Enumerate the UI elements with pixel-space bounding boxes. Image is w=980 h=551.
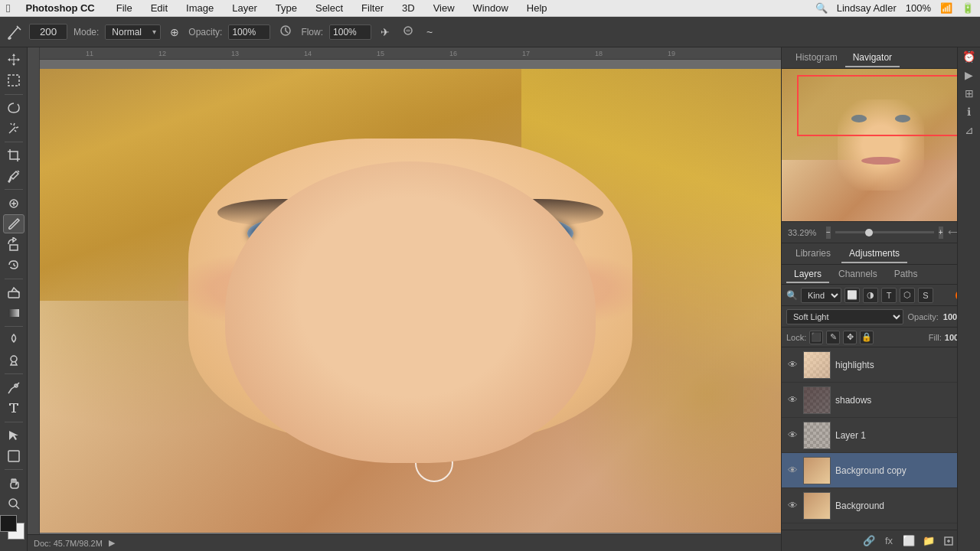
panel-icon-adjust[interactable]: ⊿ xyxy=(965,124,974,136)
layers-tab[interactable]: Layers xyxy=(786,266,829,283)
panel-icon-layers[interactable]: ⊞ xyxy=(965,87,974,99)
blend-mode-dropdown[interactable]: Soft Light xyxy=(786,309,903,324)
layer-visibility-bg-copy[interactable]: 👁 xyxy=(786,465,799,477)
layer-item[interactable]: 👁 Layer 1 xyxy=(782,418,980,453)
histogram-tab[interactable]: Histogram xyxy=(788,49,845,67)
layer-thumb-layer1 xyxy=(803,422,831,449)
navigator-tab[interactable]: Navigator xyxy=(845,49,900,67)
filter-type-btn[interactable]: T xyxy=(881,288,897,303)
eyedropper-tool-btn[interactable] xyxy=(3,167,24,186)
lock-all-btn[interactable]: 🔒 xyxy=(860,331,874,344)
zoom-tool-btn[interactable] xyxy=(3,494,24,514)
opacity-input[interactable] xyxy=(228,24,270,40)
layer-item[interactable]: 👁 shadows xyxy=(782,383,980,418)
pressure-flow-btn[interactable]: ✈ xyxy=(377,24,393,40)
canvas-area[interactable]: 11 12 13 14 15 16 17 18 19 xyxy=(28,47,781,551)
menu-filter[interactable]: Filter xyxy=(358,2,387,14)
dodge-tool-btn[interactable] xyxy=(3,351,24,370)
healing-brush-btn[interactable] xyxy=(3,194,24,213)
brush-tool-icon xyxy=(6,24,23,41)
apple-logo-icon:  xyxy=(6,2,10,15)
layer-item[interactable]: 👁 Background 🔒 xyxy=(782,488,980,523)
zoom-percent-label: 33.29% xyxy=(788,228,822,237)
menu-type[interactable]: Type xyxy=(273,2,300,14)
link-layers-btn[interactable]: 🔗 xyxy=(861,533,877,549)
pressure-opacity-btn[interactable] xyxy=(276,23,295,41)
pen-tool-btn[interactable] xyxy=(3,378,24,397)
layer-item[interactable]: 👁 highlights xyxy=(782,347,980,383)
path-select-btn[interactable] xyxy=(3,426,24,445)
layer-visibility-highlights[interactable]: 👁 xyxy=(786,359,799,371)
layer-item[interactable]: 👁 Background copy xyxy=(782,453,980,488)
panel-icon-play[interactable]: ▶ xyxy=(965,69,973,81)
lock-paint-btn[interactable]: ✎ xyxy=(826,331,840,344)
horizontal-ruler: 11 12 13 14 15 16 17 18 19 xyxy=(40,47,781,60)
navigator-viewport-box[interactable] xyxy=(797,75,974,136)
adjustments-tab[interactable]: Adjustments xyxy=(841,245,907,263)
status-arrow[interactable]: ▶ xyxy=(109,538,115,548)
filter-smart-btn[interactable]: S xyxy=(918,288,933,303)
brush-tool-btn[interactable] xyxy=(3,214,24,233)
clone-stamp-btn[interactable] xyxy=(3,235,24,254)
zoom-slider[interactable] xyxy=(835,231,934,233)
panel-icon-history[interactable]: ⏰ xyxy=(962,51,975,63)
layer-visibility-shadows[interactable]: 👁 xyxy=(786,394,799,406)
marquee-tool-btn[interactable] xyxy=(3,71,24,90)
new-layer-btn[interactable] xyxy=(940,533,957,549)
menu-select[interactable]: Select xyxy=(312,2,346,14)
history-brush-btn[interactable] xyxy=(3,256,24,275)
hand-tool-btn[interactable] xyxy=(3,474,24,493)
zoom-out-btn[interactable]: − xyxy=(826,227,831,239)
menu-layer[interactable]: Layer xyxy=(229,2,260,14)
panel-icon-info[interactable]: ℹ xyxy=(967,106,971,118)
brush-size-input[interactable]: 200 xyxy=(29,24,67,40)
libraries-tab[interactable]: Libraries xyxy=(788,245,838,263)
layer-name-shadows: shadows xyxy=(835,395,975,406)
layer-visibility-background[interactable]: 👁 xyxy=(786,500,799,512)
left-tool-panel xyxy=(0,47,28,551)
menu-file[interactable]: File xyxy=(113,2,136,14)
layer-visibility-layer1[interactable]: 👁 xyxy=(786,429,799,442)
mode-dropdown[interactable]: Normal xyxy=(105,24,161,40)
search-icon[interactable]: 🔍 xyxy=(815,2,828,14)
zoom-controls: 33.29% − + ⟵ ⟶ xyxy=(782,222,980,243)
menu-view[interactable]: View xyxy=(430,2,458,14)
move-tool-btn[interactable] xyxy=(3,51,24,70)
zoom-in-btn[interactable]: + xyxy=(939,227,943,239)
smoothing-btn[interactable]: ~ xyxy=(423,24,436,40)
channels-tab[interactable]: Channels xyxy=(831,266,885,283)
airbrush-btn[interactable] xyxy=(399,23,417,41)
flow-input[interactable] xyxy=(329,24,371,40)
filter-shape-btn[interactable]: ⬡ xyxy=(900,288,915,303)
paths-tab[interactable]: Paths xyxy=(887,266,926,283)
layers-panel: Layers Channels Paths ≡ 🔍 Kind ⬜ ◑ T ⬡ S… xyxy=(782,265,980,551)
gradient-tool-btn[interactable] xyxy=(3,303,24,322)
layer-thumb-shadows xyxy=(803,386,831,414)
magic-wand-btn[interactable] xyxy=(3,119,24,138)
menu-3d[interactable]: 3D xyxy=(399,2,418,14)
type-tool-btn[interactable] xyxy=(3,399,24,418)
lock-transparency-btn[interactable]: ⬛ xyxy=(809,331,823,344)
photo-canvas[interactable]: 人人素材 xyxy=(40,69,781,533)
shape-tool-btn[interactable] xyxy=(3,446,24,465)
new-group-btn[interactable]: 📁 xyxy=(920,533,937,549)
filter-kind-dropdown[interactable]: Kind xyxy=(801,288,841,303)
menu-image[interactable]: Image xyxy=(183,2,217,14)
battery-icon: 🔋 xyxy=(962,2,974,14)
filter-pixel-btn[interactable]: ⬜ xyxy=(844,288,860,303)
menu-help[interactable]: Help xyxy=(524,2,550,14)
add-mask-btn[interactable]: ⬜ xyxy=(900,533,917,549)
options-toolbar: 200 Mode: Normal ⊕ Opacity: Flow: ✈ ~ xyxy=(0,17,980,47)
crop-tool-btn[interactable] xyxy=(3,146,24,165)
filter-adjust-btn[interactable]: ◑ xyxy=(863,288,878,303)
menu-edit[interactable]: Edit xyxy=(148,2,171,14)
add-style-btn[interactable]: fx xyxy=(880,533,897,549)
menu-window[interactable]: Window xyxy=(470,2,511,14)
foreground-color-swatch[interactable] xyxy=(0,515,17,532)
layer-name-bg-copy: Background copy xyxy=(835,465,975,476)
eraser-tool-btn[interactable] xyxy=(3,282,24,302)
opacity-toggle-btn[interactable]: ⊕ xyxy=(167,24,182,40)
lasso-tool-btn[interactable] xyxy=(3,98,24,117)
lock-position-btn[interactable]: ✥ xyxy=(843,331,857,344)
blur-tool-btn[interactable] xyxy=(3,331,24,350)
